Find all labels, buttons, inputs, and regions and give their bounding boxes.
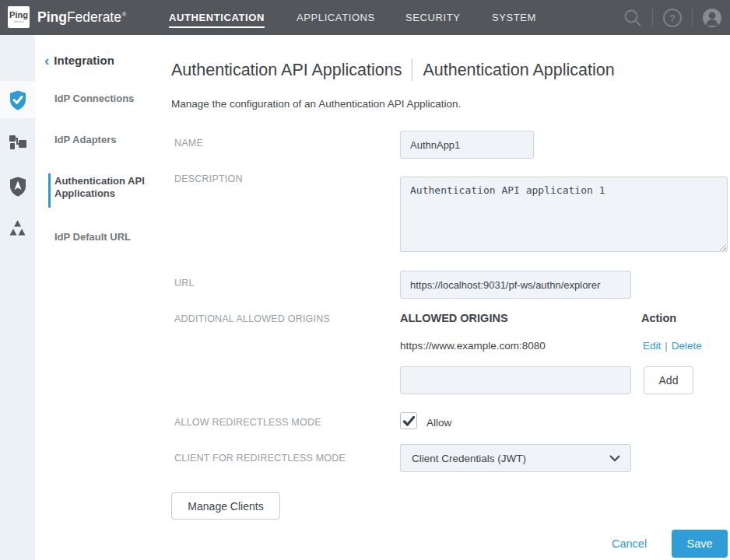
nav-tab-label: APPLICATIONS — [297, 12, 375, 23]
action-column-header: Action — [641, 312, 676, 324]
brand-registered-mark: ® — [122, 12, 126, 17]
chevron-left-icon: ‹ — [44, 54, 49, 67]
allow-redirectless-mode-label: ALLOW REDIRECTLESS MODE — [174, 417, 321, 428]
chevron-down-icon — [609, 455, 620, 462]
logo-text: Ping — [8, 11, 30, 19]
client-for-redirectless-mode-label: CLIENT FOR REDIRECTLESS MODE — [174, 453, 346, 464]
cancel-link[interactable]: Cancel — [612, 537, 647, 550]
add-origin-button[interactable]: Add — [644, 366, 693, 394]
help-icon[interactable]: ? — [662, 7, 683, 28]
nav-tab-label: AUTHENTICATION — [169, 12, 265, 23]
allowed-origin-row-value: https://www.example.com:8080 — [400, 340, 546, 352]
sitemap-icon[interactable] — [0, 134, 35, 151]
nav-tab-authentication[interactable]: AUTHENTICATION — [169, 0, 265, 35]
allowed-origins-column-header: ALLOWED ORIGINS — [400, 312, 508, 324]
sidebar-section-title: Integration — [54, 54, 114, 67]
new-origin-input[interactable] — [400, 366, 631, 394]
top-navbar: Ping Identity PingFederate® AUTHENTICATI… — [0, 0, 730, 35]
navbar-divider — [692, 9, 693, 26]
nav-tab-security[interactable]: SECURITY — [405, 0, 461, 35]
client-select-value: Client Credentials (JWT) — [412, 453, 609, 464]
sidebar-item-idp-default-url[interactable]: IdP Default URL — [54, 231, 152, 243]
nav-tab-applications[interactable]: APPLICATIONS — [297, 0, 375, 35]
cluster-icon[interactable] — [0, 219, 35, 237]
nav-tab-system[interactable]: SYSTEM — [492, 0, 536, 35]
nav-tab-label: SECURITY — [405, 12, 461, 23]
svg-text:?: ? — [669, 12, 676, 24]
edit-origin-link[interactable]: Edit — [643, 340, 661, 352]
allow-checkbox-checked[interactable] — [400, 412, 417, 429]
page-title-secondary: Authentication Application — [423, 61, 614, 80]
shield-check-icon[interactable] — [0, 90, 35, 110]
delete-origin-link[interactable]: Delete — [672, 340, 702, 352]
icon-rail — [0, 35, 35, 560]
page-title: Authentication API Applications Authenti… — [171, 59, 615, 81]
sidebar: ‹ Integration IdP Connections IdP Adapte… — [35, 35, 160, 560]
page-subtitle: Manage the configuration of an Authentic… — [171, 98, 461, 110]
ping-identity-logo[interactable]: Ping Identity — [8, 6, 30, 28]
pingfederate-app: Ping Identity PingFederate® AUTHENTICATI… — [0, 0, 730, 560]
client-select[interactable]: Client Credentials (JWT) — [400, 444, 631, 472]
nav-tab-label: SYSTEM — [492, 12, 536, 23]
allowed-origin-row-actions: Edit|Delete — [643, 340, 702, 352]
page-title-primary: Authentication API Applications — [171, 61, 402, 80]
allow-checkbox-label: Allow — [426, 417, 451, 429]
name-input[interactable] — [400, 131, 534, 159]
logo-subtext: Identity — [8, 19, 30, 24]
save-button[interactable]: Save — [672, 530, 728, 558]
description-textarea[interactable]: Authentication API application 1 — [400, 177, 728, 252]
url-label: URL — [174, 278, 195, 289]
shield-arrow-icon[interactable] — [0, 177, 35, 197]
additional-allowed-origins-label: ADDITIONAL ALLOWED ORIGINS — [174, 313, 330, 324]
checkmark-icon — [403, 416, 415, 426]
sidebar-item-idp-connections[interactable]: IdP Connections — [54, 93, 152, 105]
sidebar-active-indicator — [48, 173, 51, 208]
title-separator — [412, 59, 412, 81]
sidebar-item-idp-adapters[interactable]: IdP Adapters — [54, 134, 152, 146]
action-separator: | — [665, 340, 668, 352]
description-label: DESCRIPTION — [174, 173, 243, 184]
brand-bold: Ping — [37, 9, 67, 26]
name-label: NAME — [174, 138, 203, 149]
sidebar-back-integration[interactable]: ‹ Integration — [44, 54, 114, 67]
brand-regular: Federate — [67, 9, 121, 26]
search-icon[interactable] — [622, 7, 643, 28]
url-input[interactable] — [400, 271, 631, 299]
main-content: Authentication API Applications Authenti… — [160, 35, 730, 560]
sidebar-item-authentication-api-applications[interactable]: Authentication API Applications — [54, 175, 152, 200]
account-icon[interactable] — [701, 7, 722, 28]
pingfederate-brand: PingFederate® — [37, 0, 126, 35]
manage-clients-button[interactable]: Manage Clients — [171, 492, 280, 520]
navbar-divider — [652, 9, 653, 26]
active-tab-underline — [169, 26, 265, 28]
